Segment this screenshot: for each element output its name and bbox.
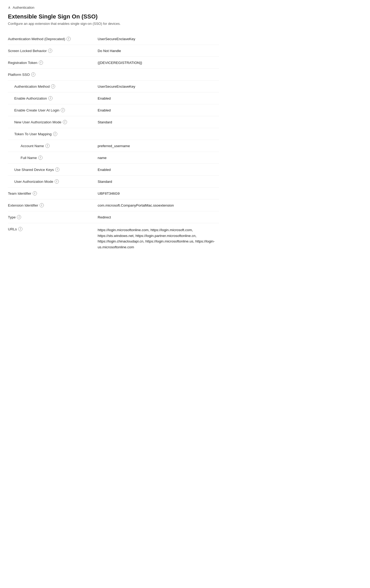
field-value-new-user-auth-mode: Standard <box>98 120 219 124</box>
field-value-extension-identifier: com.microsoft.CompanyPortalMac.ssoextens… <box>98 203 219 207</box>
field-value-enable-create-user: Enabled <box>98 108 219 112</box>
field-label-token-to-user-mapping: Token To User Mapping <box>14 132 52 136</box>
field-label-auth-method: Authentication Method <box>14 85 50 88</box>
field-row-auth-method: Authentication MethodiUserSecureEnclaveK… <box>8 81 219 92</box>
field-label-col-enable-create-user: Enable Create User At Logini <box>8 108 98 112</box>
info-icon-extension-identifier[interactable]: i <box>40 203 44 207</box>
field-row-token-to-user-mapping: Token To User Mappingi <box>8 128 219 140</box>
field-row-registration-token: Registration Tokeni{{DEVICEREGISTRATION}… <box>8 57 219 69</box>
breadcrumb: ∧ Authentication <box>8 5 219 10</box>
field-row-enable-authorization: Enable AuthorizationiEnabled <box>8 92 219 104</box>
field-row-platform-sso: Platform SSOi <box>8 69 219 81</box>
field-label-col-token-to-user-mapping: Token To User Mappingi <box>8 132 98 136</box>
field-value-auth-method-deprecated: UserSecureEnclaveKey <box>98 37 219 41</box>
info-icon-full-name[interactable]: i <box>38 156 42 160</box>
info-icon-new-user-auth-mode[interactable]: i <box>63 120 67 124</box>
field-value-registration-token: {{DEVICEREGISTRATION}} <box>98 60 219 65</box>
field-value-account-name: preferred_username <box>98 144 219 148</box>
breadcrumb-label[interactable]: Authentication <box>13 6 34 10</box>
field-label-team-identifier: Team Identifier <box>8 192 31 195</box>
field-label-registration-token: Registration Token <box>8 61 37 65</box>
field-label-user-auth-mode: User Authorization Mode <box>14 180 53 184</box>
field-label-urls: URLs <box>8 227 17 231</box>
field-label-enable-authorization: Enable Authorization <box>14 96 47 100</box>
field-label-extension-identifier: Extension Identifier <box>8 203 38 207</box>
info-icon-auth-method-deprecated[interactable]: i <box>67 37 71 41</box>
field-label-platform-sso: Platform SSO <box>8 73 30 77</box>
info-icon-screen-locked-behavior[interactable]: i <box>48 49 52 53</box>
info-icon-use-shared-device-keys[interactable]: i <box>55 167 59 172</box>
field-row-use-shared-device-keys: Use Shared Device KeysiEnabled <box>8 164 219 176</box>
field-value-urls: https://login.microsoftonline.com, https… <box>98 227 219 250</box>
field-label-col-urls: URLsi <box>8 227 98 231</box>
field-label-col-new-user-auth-mode: New User Authorization Modei <box>8 120 98 124</box>
info-icon-type[interactable]: i <box>17 215 21 219</box>
field-label-col-extension-identifier: Extension Identifieri <box>8 203 98 207</box>
field-label-full-name: Full Name <box>21 156 37 160</box>
field-value-full-name: name <box>98 156 219 160</box>
page-description: Configure an app extension that enables … <box>8 22 219 26</box>
field-value-enable-authorization: Enabled <box>98 96 219 100</box>
field-value-auth-method: UserSecureEnclaveKey <box>98 84 219 88</box>
field-label-col-user-auth-mode: User Authorization Modei <box>8 179 98 184</box>
field-label-col-screen-locked-behavior: Screen Locked Behaviori <box>8 49 98 53</box>
field-label-col-use-shared-device-keys: Use Shared Device Keysi <box>8 167 98 172</box>
field-label-col-auth-method: Authentication Methodi <box>8 84 98 88</box>
field-label-screen-locked-behavior: Screen Locked Behavior <box>8 49 47 53</box>
field-label-col-enable-authorization: Enable Authorizationi <box>8 96 98 100</box>
info-icon-enable-create-user[interactable]: i <box>61 108 65 112</box>
breadcrumb-chevron: ∧ <box>8 5 11 10</box>
field-label-new-user-auth-mode: New User Authorization Mode <box>14 120 61 124</box>
field-label-enable-create-user: Enable Create User At Login <box>14 108 59 112</box>
field-label-col-registration-token: Registration Tokeni <box>8 60 98 65</box>
field-value-use-shared-device-keys: Enabled <box>98 167 219 172</box>
field-label-col-auth-method-deprecated: Authentication Method (Deprecated)i <box>8 37 98 41</box>
field-value-team-identifier: UBF8T346G9 <box>98 191 219 195</box>
field-value-type: Redirect <box>98 215 219 219</box>
field-value-user-auth-mode: Standard <box>98 179 219 184</box>
info-icon-team-identifier[interactable]: i <box>33 191 37 195</box>
field-label-account-name: Account Name <box>21 144 44 148</box>
fields-container: Authentication Method (Deprecated)iUserS… <box>8 33 219 254</box>
field-row-extension-identifier: Extension Identifiericom.microsoft.Compa… <box>8 199 219 211</box>
info-icon-account-name[interactable]: i <box>45 144 50 148</box>
field-row-screen-locked-behavior: Screen Locked BehavioriDo Not Handle <box>8 45 219 57</box>
info-icon-user-auth-mode[interactable]: i <box>55 179 59 184</box>
field-label-col-full-name: Full Namei <box>8 156 98 160</box>
info-icon-registration-token[interactable]: i <box>39 60 43 65</box>
info-icon-platform-sso[interactable]: i <box>31 72 35 77</box>
field-label-col-team-identifier: Team Identifieri <box>8 191 98 195</box>
info-icon-auth-method[interactable]: i <box>51 84 55 88</box>
field-row-team-identifier: Team IdentifieriUBF8T346G9 <box>8 188 219 199</box>
field-row-auth-method-deprecated: Authentication Method (Deprecated)iUserS… <box>8 33 219 45</box>
field-label-type: Type <box>8 215 16 219</box>
field-row-account-name: Account Nameipreferred_username <box>8 140 219 152</box>
info-icon-enable-authorization[interactable]: i <box>48 96 53 100</box>
field-row-full-name: Full Nameiname <box>8 152 219 164</box>
info-icon-urls[interactable]: i <box>18 227 22 231</box>
field-label-col-type: Typei <box>8 215 98 219</box>
field-label-col-platform-sso: Platform SSOi <box>8 72 98 77</box>
field-value-screen-locked-behavior: Do Not Handle <box>98 49 219 53</box>
field-row-user-auth-mode: User Authorization ModeiStandard <box>8 176 219 188</box>
field-label-use-shared-device-keys: Use Shared Device Keys <box>14 168 54 172</box>
field-row-type: TypeiRedirect <box>8 211 219 223</box>
page-title: Extensible Single Sign On (SSO) <box>8 13 219 20</box>
field-label-auth-method-deprecated: Authentication Method (Deprecated) <box>8 37 65 41</box>
field-row-enable-create-user: Enable Create User At LoginiEnabled <box>8 104 219 116</box>
field-label-col-account-name: Account Namei <box>8 144 98 148</box>
field-row-urls: URLsihttps://login.microsoftonline.com, … <box>8 223 219 254</box>
info-icon-token-to-user-mapping[interactable]: i <box>53 132 57 136</box>
field-row-new-user-auth-mode: New User Authorization ModeiStandard <box>8 116 219 128</box>
